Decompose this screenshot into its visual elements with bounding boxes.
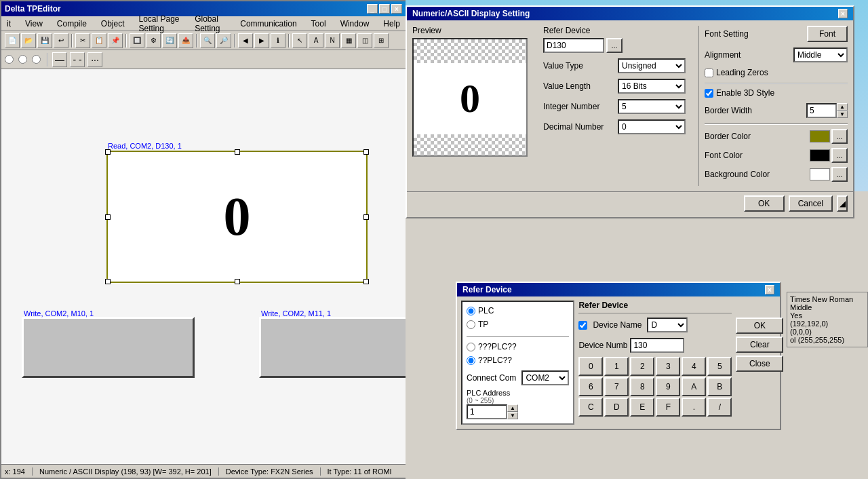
toolbar-copy[interactable]: 📋 xyxy=(92,33,106,48)
toolbar-shape2[interactable]: ◫ xyxy=(357,33,372,48)
radio-mode2[interactable] xyxy=(18,55,27,64)
numpad-d[interactable]: D xyxy=(604,398,629,417)
font-color-btn[interactable]: ... xyxy=(831,148,848,163)
plc-address-input[interactable] xyxy=(467,404,507,419)
value-length-select[interactable]: 16 Bits 32 Bits xyxy=(618,79,686,94)
numpad-slash[interactable]: / xyxy=(707,398,732,417)
toolbar-left[interactable]: ◀ xyxy=(238,33,253,48)
menu-window[interactable]: Window xyxy=(338,18,372,29)
font-button[interactable]: Font xyxy=(807,26,848,42)
refer-dialog-close[interactable]: × xyxy=(765,285,774,294)
handle-br[interactable] xyxy=(363,279,369,284)
toolbar-new[interactable]: 📄 xyxy=(5,33,20,48)
numpad-3[interactable]: 3 xyxy=(656,357,680,376)
numpad-0[interactable]: 0 xyxy=(578,357,603,376)
toolbar-zoom-out[interactable]: 🔍 xyxy=(200,33,215,48)
main-dialog-close[interactable]: × xyxy=(838,9,848,18)
toolbar-line2[interactable]: - - xyxy=(70,52,85,67)
device-number-input[interactable] xyxy=(630,338,684,353)
refer-close-button[interactable]: Close xyxy=(736,356,783,372)
button-element-1[interactable]: Write, COM2, M10, 1 xyxy=(22,317,195,378)
plc-radio[interactable] xyxy=(467,307,475,315)
toolbar-right[interactable]: ▶ xyxy=(254,33,269,48)
minimize-btn[interactable]: _ xyxy=(367,4,378,14)
numpad-6[interactable]: 6 xyxy=(578,377,603,396)
decimal-number-select[interactable]: 0 123 xyxy=(618,119,686,134)
toolbar-btn4[interactable]: 📤 xyxy=(178,33,193,48)
numpad-a[interactable]: A xyxy=(682,377,706,396)
handle-tr[interactable] xyxy=(363,149,369,155)
numpad-1[interactable]: 1 xyxy=(604,357,629,376)
spinner-up[interactable]: ▲ xyxy=(837,103,848,111)
leading-zeros-checkbox[interactable] xyxy=(705,69,713,77)
menu-object[interactable]: Object xyxy=(99,18,127,29)
plc-address-up[interactable]: ▲ xyxy=(507,404,518,412)
main-cancel-button[interactable]: Cancel xyxy=(789,195,833,212)
handle-bl[interactable] xyxy=(105,279,111,284)
toolbar-cursor[interactable]: ↖ xyxy=(292,33,307,48)
handle-ml[interactable] xyxy=(105,214,111,220)
close-btn[interactable]: × xyxy=(391,4,402,14)
toolbar-shape3[interactable]: ⊞ xyxy=(374,33,389,48)
numpad-c[interactable]: C xyxy=(578,398,603,417)
numpad-5[interactable]: 5 xyxy=(707,357,732,376)
border-color-btn[interactable]: ... xyxy=(831,129,848,144)
bg-color-btn[interactable]: ... xyxy=(831,167,848,182)
toolbar-btn2[interactable]: ⚙ xyxy=(146,33,161,48)
handle-tm[interactable] xyxy=(235,149,240,155)
menu-tool[interactable]: Tool xyxy=(309,18,328,29)
refer-clear-button[interactable]: Clear xyxy=(736,337,783,353)
numpad-7[interactable]: 7 xyxy=(604,377,629,396)
toolbar-save[interactable]: 💾 xyxy=(37,33,52,48)
button-element-2[interactable]: Write, COM2, M11, 1 xyxy=(259,317,406,378)
menu-view[interactable]: View xyxy=(23,18,45,29)
toolbar-zoom-in[interactable]: 🔎 xyxy=(216,33,231,48)
device-name-checkbox[interactable] xyxy=(578,321,587,330)
alignment-select[interactable]: Middle Left Right xyxy=(793,47,848,62)
handle-tl[interactable] xyxy=(105,149,111,155)
main-ok-button[interactable]: OK xyxy=(744,195,785,212)
toolbar-line1[interactable]: — xyxy=(52,52,67,67)
refer-device-input[interactable] xyxy=(543,38,604,53)
menu-help[interactable]: Help xyxy=(381,18,402,29)
toolbar-btn1[interactable]: 🔲 xyxy=(130,33,144,48)
radio-mode3[interactable] xyxy=(32,55,41,64)
plc1-radio[interactable] xyxy=(467,343,475,351)
value-type-select[interactable]: Unsigned Signed BCD Float xyxy=(618,58,686,73)
refer-device-ellipsis[interactable]: ... xyxy=(606,38,623,53)
tp-radio[interactable] xyxy=(467,320,475,329)
toolbar-cut[interactable]: ✂ xyxy=(75,33,90,48)
device-name-select[interactable]: D M Y X C T xyxy=(647,318,688,332)
border-width-input[interactable] xyxy=(806,103,837,118)
spinner-down[interactable]: ▼ xyxy=(837,111,848,118)
radio-mode1[interactable] xyxy=(5,55,14,64)
numpad-e[interactable]: E xyxy=(630,398,654,417)
toolbar-shape1[interactable]: ▦ xyxy=(341,33,356,48)
numpad-f[interactable]: F xyxy=(656,398,680,417)
toolbar-paste[interactable]: 📌 xyxy=(108,33,123,48)
numpad-4[interactable]: 4 xyxy=(682,357,706,376)
toolbar-btn3[interactable]: 🔄 xyxy=(162,33,177,48)
handle-mr[interactable] xyxy=(363,214,369,220)
main-dialog-resize[interactable]: ◢ xyxy=(837,195,848,212)
toolbar-open[interactable]: 📂 xyxy=(21,33,36,48)
maximize-btn[interactable]: □ xyxy=(379,4,390,14)
toolbar-text[interactable]: A xyxy=(309,33,323,48)
connect-com-select[interactable]: COM2 COM1 COM3 xyxy=(521,370,569,385)
toolbar-undo[interactable]: ↩ xyxy=(54,33,68,48)
integer-number-select[interactable]: 5 1234 678 xyxy=(618,99,686,114)
menu-compile[interactable]: Compile xyxy=(55,18,89,29)
toolbar-line3[interactable]: ··· xyxy=(87,52,102,67)
plc-address-down[interactable]: ▼ xyxy=(507,412,518,419)
menu-global[interactable]: Global Setting xyxy=(193,14,228,34)
menu-it[interactable]: it xyxy=(5,18,13,29)
numpad-8[interactable]: 8 xyxy=(630,377,654,396)
display-element[interactable]: Read, COM2, D130, 1 0 xyxy=(106,151,368,283)
menu-communication[interactable]: Communication xyxy=(238,18,298,29)
toolbar-info[interactable]: ℹ xyxy=(271,33,285,48)
numpad-2[interactable]: 2 xyxy=(630,357,654,376)
refer-ok-button[interactable]: OK xyxy=(736,318,783,334)
numpad-b[interactable]: B xyxy=(707,377,732,396)
numpad-9[interactable]: 9 xyxy=(656,377,680,396)
plc2-radio[interactable] xyxy=(467,356,475,365)
